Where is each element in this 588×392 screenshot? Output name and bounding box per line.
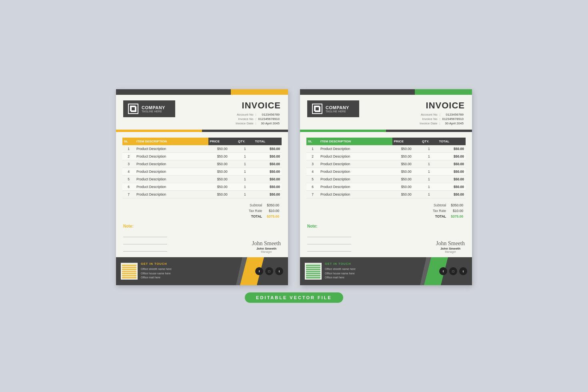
cell-qty: 1 (236, 176, 253, 183)
cell-desc: Product Description (135, 145, 208, 153)
cell-desc: Product Description (135, 168, 208, 176)
invoice-no-label-2: Invoice No (418, 117, 438, 121)
table-row: 3 Product Description $50.00 1 $50.00 (122, 160, 282, 168)
grand-total-value-2: $375.00 (448, 214, 466, 219)
table-row: 1 Product Description $50.00 1 $50.00 (306, 145, 466, 153)
footer-qr-1 (121, 263, 138, 280)
table-row: 2 Product Description $50.00 1 $50.00 (122, 153, 282, 160)
th-qty-2: Qty. (420, 138, 437, 145)
cell-price: $50.00 (208, 153, 237, 160)
tax-rate-label-2: Tax Rate (430, 208, 449, 214)
cell-qty: 1 (236, 153, 253, 160)
top-bar-accent-1 (231, 89, 288, 95)
cell-price: $50.00 (208, 160, 237, 168)
cell-sl: 6 (122, 183, 135, 191)
cell-qty: 1 (420, 153, 437, 160)
footer-social-1: f □ t (255, 257, 288, 285)
note-line-1a (123, 232, 167, 237)
note-line-1b (123, 239, 167, 244)
th-sl-2: SL (306, 138, 319, 145)
invoice-title-block-2: INVOICE Account No : 0123456789 Invoice … (418, 100, 465, 126)
table-section-1: SL Item Description Price Qty. Total 1 P… (116, 132, 288, 201)
cell-desc: Product Description (319, 153, 392, 160)
table-row: 2 Product Description $50.00 1 $50.00 (306, 153, 466, 160)
invoice-2: COMPANY TAGLINE HERE INVOICE Account No … (300, 89, 472, 285)
invoice-meta-2: Account No : 0123456789 Invoice No : 012… (418, 112, 465, 126)
qr-icon-1 (122, 264, 136, 278)
totals-table-2: Subtotal $350.00 Tax Rate $10.00 TOTAL $… (430, 202, 466, 219)
cell-sl: 6 (306, 183, 319, 191)
invoice-1: COMPANY TAGLINE HERE INVOICE Account No … (116, 89, 288, 285)
cell-qty: 1 (236, 145, 253, 153)
table-row: 1 Product Description $50.00 1 $50.00 (122, 145, 282, 153)
subtotal-label-2: Subtotal (430, 202, 449, 208)
signature-script-2: John Smeeth (436, 240, 465, 247)
note-block-1: Note: (123, 224, 252, 253)
top-bar-2 (300, 89, 472, 95)
qr-icon-2 (306, 264, 320, 278)
cell-sl: 7 (306, 191, 319, 198)
invoice-no-label-1: Invoice No (234, 117, 254, 121)
signature-block-2: John Smeeth John Smeeth Manager (436, 240, 465, 253)
cell-total: $50.00 (437, 145, 466, 153)
invoice-date-label-1: Invoice Date (234, 121, 254, 126)
top-bar-dark-1 (116, 89, 231, 95)
note-lines-2 (307, 232, 436, 252)
cell-total: $50.00 (253, 145, 282, 153)
top-bar-dark-2 (300, 89, 415, 95)
cell-desc: Product Description (319, 160, 392, 168)
note-label-1: Note: (123, 224, 252, 228)
cell-price: $50.00 (392, 176, 421, 183)
cell-price: $50.00 (392, 160, 421, 168)
cell-price: $50.00 (392, 168, 421, 176)
invoice-meta-1: Account No : 0123456789 Invoice No : 012… (234, 112, 281, 126)
tax-rate-value-1: $10.00 (264, 208, 282, 214)
invoice-header-1: COMPANY TAGLINE HERE INVOICE Account No … (116, 95, 288, 130)
account-no-label-2: Account No (418, 112, 438, 117)
th-qty-1: Qty. (236, 138, 253, 145)
th-total-2: Total (437, 138, 466, 145)
invoice-title-1: INVOICE (234, 100, 281, 111)
grand-total-label-2: TOTAL (430, 214, 449, 219)
table-row: 6 Product Description $50.00 1 $50.00 (122, 183, 282, 191)
footer-get-in-touch-1: GET IN TOUCH (141, 262, 255, 266)
invoice-title-block-1: INVOICE Account No : 0123456789 Invoice … (234, 100, 281, 126)
th-desc-2: Item Description (319, 138, 392, 145)
cell-sl: 4 (306, 168, 319, 176)
footer-get-in-touch-2: GET IN TOUCH (325, 262, 439, 266)
invoice-date-value-1: 30 April 2045 (257, 121, 281, 126)
invoice-no-value-1: 012345678910 (257, 117, 281, 121)
account-no-value-2: 0123456789 (441, 112, 465, 117)
bottom-badge: EDITABLE VECTOR FILE (245, 292, 343, 303)
cell-sl: 1 (122, 145, 135, 153)
note-line-2a (307, 232, 351, 237)
footer-address2-1: Office house name here (141, 272, 255, 276)
cell-price: $50.00 (208, 145, 237, 153)
company-tagline-1: TAGLINE HERE (142, 110, 165, 113)
cell-total: $50.00 (437, 168, 466, 176)
footer-address1-1: Office streeth name here (141, 267, 255, 272)
cell-total: $50.00 (253, 168, 282, 176)
subtotal-label-1: Subtotal (246, 202, 265, 208)
signature-role-1: Manager (252, 250, 281, 253)
cell-desc: Product Description (135, 191, 208, 198)
cell-desc: Product Description (319, 176, 392, 183)
cell-qty: 1 (420, 191, 437, 198)
cell-price: $50.00 (392, 145, 421, 153)
tax-rate-label-1: Tax Rate (246, 208, 265, 214)
cell-price: $50.00 (392, 153, 421, 160)
table-row: 4 Product Description $50.00 1 $50.00 (306, 168, 466, 176)
company-name-2: COMPANY (326, 105, 349, 110)
account-no-label-1: Account No (234, 112, 254, 117)
top-bar-accent-2 (415, 89, 472, 95)
signature-name-1: John Smeeth (252, 247, 281, 250)
th-desc-1: Item Description (135, 138, 208, 145)
company-logo-2: COMPANY TAGLINE HERE (307, 100, 359, 117)
cell-price: $50.00 (208, 168, 237, 176)
company-tagline-2: TAGLINE HERE (326, 110, 349, 113)
th-total-1: Total (253, 138, 282, 145)
cell-total: $50.00 (437, 160, 466, 168)
facebook-icon-2: f (439, 267, 447, 275)
cell-desc: Product Description (135, 183, 208, 191)
th-price-1: Price (208, 138, 237, 145)
